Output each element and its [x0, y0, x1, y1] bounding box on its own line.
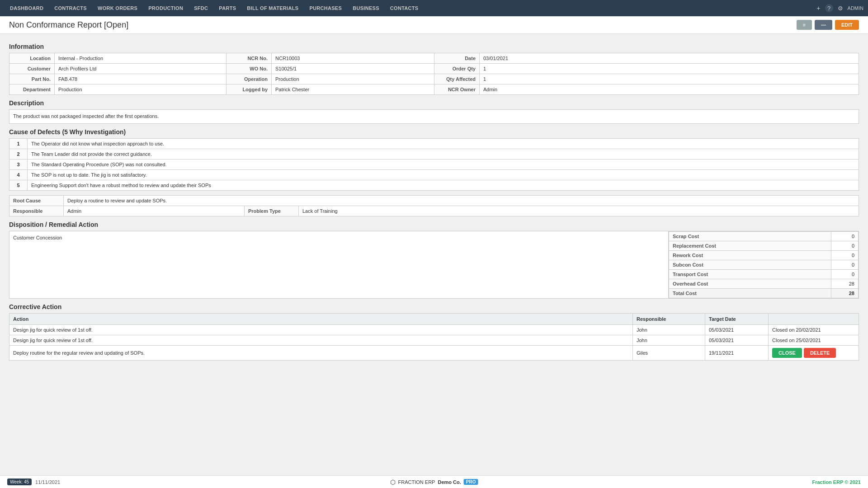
page-title: Non Conformance Report [Open] — [9, 20, 128, 30]
nav-contacts[interactable]: CONTACTS — [385, 0, 424, 16]
week-badge: Week: 45 — [7, 479, 32, 485]
nav-business[interactable]: BUSINESS — [347, 0, 385, 16]
help-icon[interactable]: ? — [825, 4, 833, 12]
transport-cost-value: 0 — [831, 270, 859, 279]
wo-no-label: WO No. — [226, 64, 272, 74]
cause-row-3: 3 The Standard Operating Procedure (SOP)… — [9, 160, 859, 170]
total-cost-row: Total Cost 28 — [669, 289, 859, 298]
cause-row-4: 4 The SOP is not up to date. The jig is … — [9, 170, 859, 180]
cause-num-5: 5 — [9, 180, 28, 191]
ca-header-row: Action Responsible Target Date — [9, 314, 859, 325]
overhead-cost-row: Overhead Cost 28 — [669, 279, 859, 289]
nav-purchases[interactable]: PURCHASES — [304, 0, 347, 16]
overhead-cost-label: Overhead Cost — [669, 279, 831, 289]
operation-label: Operation — [226, 74, 272, 84]
description-text: The product was not packaged inspected a… — [9, 109, 859, 124]
location-value: Internal - Production — [55, 53, 226, 64]
replacement-cost-row: Replacement Cost 0 — [669, 241, 859, 251]
ca-responsible-2: John — [633, 335, 705, 346]
location-label: Location — [9, 53, 55, 64]
logged-by-label: Logged by — [226, 84, 272, 95]
nav-production[interactable]: PRODUCTION — [143, 0, 189, 16]
ca-action-1: Design jig for quick review of 1st off. — [9, 325, 633, 335]
cause-table: 1 The Operator did not know what inspect… — [9, 138, 859, 191]
nav-dashboard[interactable]: DASHBOARD — [5, 0, 49, 16]
ca-row-3: Deploy routine for the regular review an… — [9, 346, 859, 361]
disposition-grid: Customer Concession Scrap Cost 0 Replace… — [9, 231, 859, 299]
cause-text-1: The Operator did not know what inspectio… — [28, 139, 859, 149]
ncr-no-label: NCR No. — [226, 53, 272, 64]
replacement-cost-value: 0 — [831, 241, 859, 251]
nav-sfdc[interactable]: SFDC — [189, 0, 213, 16]
subcon-cost-value: 0 — [831, 260, 859, 270]
ca-action-3: Deploy routine for the regular review an… — [9, 346, 633, 361]
customer-value: Arch Profilers Ltd — [55, 64, 226, 74]
logged-by-value: Patrick Chester — [272, 84, 434, 95]
department-value: Production — [55, 84, 226, 95]
qty-affected-label: Qty Affected — [434, 74, 480, 84]
root-cause-label: Root Cause — [9, 196, 64, 206]
cause-num-1: 1 — [9, 139, 28, 149]
main-content: Information Location Internal - Producti… — [0, 34, 868, 365]
root-cause-value: Deploy a routine to review and update SO… — [64, 196, 859, 206]
ca-col-target-date: Target Date — [705, 314, 769, 325]
rework-cost-label: Rework Cost — [669, 251, 831, 260]
responsible-label: Responsible — [9, 206, 64, 216]
customer-label: Customer — [9, 64, 55, 74]
delete-action-button[interactable]: DELETE — [804, 348, 836, 358]
ca-row-3-buttons: CLOSE DELETE — [769, 346, 859, 361]
transport-cost-label: Transport Cost — [669, 270, 831, 279]
ca-col-action: Action — [9, 314, 633, 325]
date-value: 03/01/2021 — [480, 53, 859, 64]
app-name: FRACTION ERP — [398, 479, 435, 485]
corrective-action-table: Action Responsible Target Date Design ji… — [9, 313, 859, 361]
pro-badge: PRO — [464, 479, 478, 485]
cause-row-5: 5 Engineering Support don't have a robus… — [9, 180, 859, 191]
nav-bill-of-materials[interactable]: BILL OF MATERIALS — [241, 0, 304, 16]
overhead-cost-value: 28 — [831, 279, 859, 289]
ncr-owner-label: NCR Owner — [434, 84, 480, 95]
root-cause-row: Root Cause Deploy a routine to review an… — [9, 196, 859, 206]
collapse-button[interactable]: — — [815, 20, 832, 30]
ca-status-2: Closed on 25/02/2021 — [769, 335, 859, 346]
cause-text-5: Engineering Support don't have a robust … — [28, 180, 859, 191]
responsible-value: Admin — [64, 206, 245, 216]
page-header: Non Conformance Report [Open] ≡ — EDIT — [0, 16, 868, 34]
cause-text-4: The SOP is not up to date. The jig is no… — [28, 170, 859, 180]
copyright-label: Fraction ERP — [812, 479, 843, 485]
add-icon[interactable]: + — [816, 5, 820, 12]
edit-button[interactable]: EDIT — [835, 20, 859, 30]
nav-contracts[interactable]: CONTRACTS — [49, 0, 92, 16]
cause-text-3: The Standard Operating Procedure (SOP) w… — [28, 160, 859, 170]
responsible-row: Responsible Admin Problem Type Lack of T… — [9, 206, 859, 216]
date-label: Date — [434, 53, 480, 64]
menu-button[interactable]: ≡ — [797, 20, 812, 30]
subcon-cost-row: Subcon Cost 0 — [669, 260, 859, 270]
navbar: DASHBOARD CONTRACTS WORK ORDERS PRODUCTI… — [0, 0, 868, 16]
nav-parts[interactable]: PARTS — [213, 0, 241, 16]
admin-button[interactable]: ADMIN — [848, 5, 863, 11]
ca-responsible-1: John — [633, 325, 705, 335]
settings-icon[interactable]: ⚙ — [838, 5, 843, 12]
information-section-title: Information — [9, 43, 859, 50]
footer-left: Week: 45 11/11/2021 — [7, 479, 60, 485]
nav-work-orders[interactable]: WORK ORDERS — [92, 0, 143, 16]
scrap-cost-row: Scrap Cost 0 — [669, 232, 859, 241]
close-action-button[interactable]: CLOSE — [772, 348, 802, 358]
operation-value: Production — [272, 74, 434, 84]
disposition-action: Customer Concession — [9, 231, 669, 298]
ca-responsible-3: Giles — [633, 346, 705, 361]
rework-cost-value: 0 — [831, 251, 859, 260]
cause-text-2: The Team Leader did not provide the corr… — [28, 149, 859, 160]
ca-status-1: Closed on 20/02/2021 — [769, 325, 859, 335]
cause-num-4: 4 — [9, 170, 28, 180]
ncr-no-value: NCR10003 — [272, 53, 434, 64]
cause-num-2: 2 — [9, 149, 28, 160]
header-buttons: ≡ — EDIT — [797, 20, 859, 30]
ca-target-date-1: 05/03/2021 — [705, 325, 769, 335]
root-cause-table: Root Cause Deploy a routine to review an… — [9, 195, 859, 216]
ca-action-2: Design jig for quick review of 1st off. — [9, 335, 633, 346]
total-cost-value: 28 — [831, 289, 859, 298]
copyright-year: © 2021 — [844, 479, 861, 485]
ca-target-date-2: 05/03/2021 — [705, 335, 769, 346]
